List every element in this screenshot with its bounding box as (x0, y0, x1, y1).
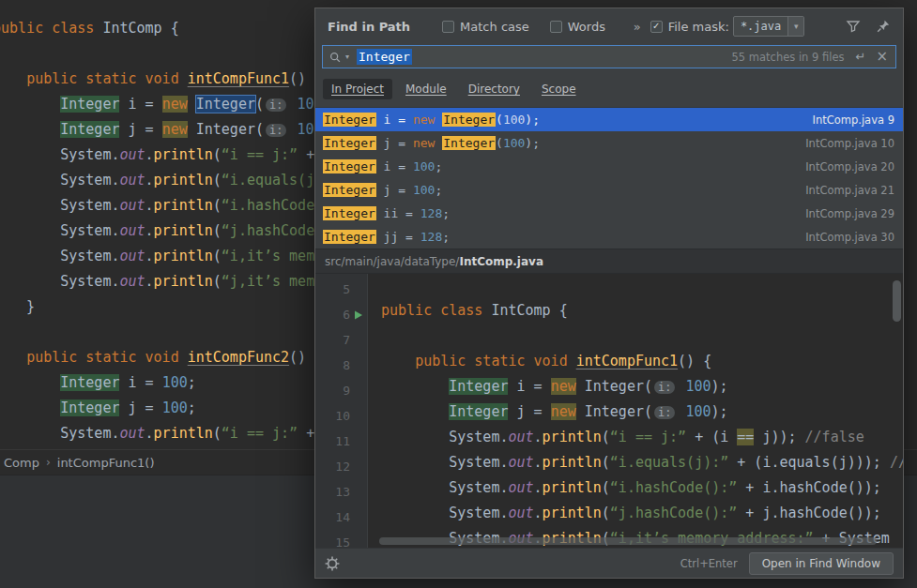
code-token: println (154, 248, 213, 264)
code-token: ; (435, 159, 442, 173)
line-number: 13 (335, 485, 350, 499)
preview-code-line[interactable]: System.out.println(“i.equals(j):” + (i.e… (368, 454, 903, 479)
editor-code-line[interactable]: Integer j = 100; (0, 400, 331, 425)
code-token (77, 70, 85, 87)
preview-code-line[interactable]: Integer j = new Integer(i: 100); (368, 403, 903, 429)
editor-code-line[interactable]: System.out.println(“j.hashCode( (0, 222, 331, 248)
search-history-chevron-icon[interactable]: ▾ (345, 53, 349, 61)
editor-code-line[interactable]: public static void intCompFunc1() { (0, 70, 331, 96)
code-token: “i.hashCode( (222, 197, 323, 214)
file-mask-value[interactable]: *.java (734, 17, 787, 36)
more-options-chevron-icon[interactable]: » (634, 20, 650, 34)
editor-code-line[interactable]: System.out.println(“j,it’s memo (0, 273, 331, 298)
preview-code-line[interactable]: public static void intCompFunc1() { (368, 353, 903, 378)
code-preview-pane[interactable]: 56789101112131415 public class IntComp {… (315, 274, 903, 548)
words-checkbox[interactable]: Words (550, 20, 605, 34)
editor-code-line[interactable]: System.out.println(“i.equals(j) (0, 172, 331, 197)
newline-icon[interactable]: ↵ (856, 50, 866, 64)
search-query-text[interactable]: Integer (357, 49, 412, 65)
filter-icon[interactable] (846, 19, 861, 34)
matches-count-label: 55 matches in 9 files (732, 51, 845, 64)
file-mask-combo[interactable]: *.java ▾ (733, 16, 804, 37)
dialog-footer: Ctrl+Enter Open in Find Window (315, 548, 903, 578)
preview-code-line[interactable]: System.out.println(“j.hashCode():” + j.h… (368, 505, 903, 530)
scope-tabs: In Project Module Directory Scope (315, 74, 903, 107)
dialog-header: Find in Path Match case Words » ✓ File m… (315, 8, 903, 44)
editor-code-line[interactable] (0, 324, 331, 349)
preview-code-line[interactable]: System.out.println(“i.hashCode():” + i.h… (368, 479, 903, 505)
line-number: 15 (335, 535, 350, 548)
code-token: Integer (323, 206, 376, 220)
preview-code-line[interactable] (368, 277, 903, 302)
search-input[interactable]: ▾ Integer 55 matches in 9 files ↵ × (322, 45, 896, 68)
code-token: new (551, 378, 576, 395)
code-token (188, 96, 196, 113)
editor-code-line[interactable]: public class IntComp { (0, 20, 331, 45)
result-code-text: Integer ii = 128; (323, 206, 450, 220)
scope-tab-directory[interactable]: Directory (460, 79, 528, 99)
code-token: . (145, 222, 154, 239)
preview-code-line[interactable]: Integer i = new Integer(i: 100); (368, 378, 903, 403)
search-result-row[interactable]: Integer i = 100;IntComp.java 20 (315, 155, 903, 178)
code-token: Integer (323, 183, 376, 197)
horizontal-scrollbar[interactable] (379, 537, 877, 545)
editor-code-line[interactable]: System.out.println(“i.hashCode( (0, 197, 331, 222)
code-token: println (154, 172, 213, 188)
breadcrumb-item-method[interactable]: intCompFunc1() (57, 456, 155, 470)
code-token: ( (213, 273, 222, 290)
code-token: i = (508, 378, 550, 395)
editor-code-line[interactable]: System.out.println(“i == j:” + (0, 425, 331, 450)
scope-tab-module[interactable]: Module (397, 79, 455, 99)
code-token (137, 349, 145, 366)
words-checkbox-box[interactable] (550, 21, 562, 33)
editor-code-line[interactable]: System.out.println(“i,it’s memo (0, 248, 331, 273)
ide-screen: public class IntComp { public static voi… (0, 0, 917, 588)
preview-code[interactable]: public class IntComp { public static voi… (368, 274, 903, 548)
breadcrumb-item-class[interactable]: Comp (4, 456, 39, 470)
code-token: ( (213, 425, 222, 442)
vertical-scrollbar[interactable] (893, 280, 901, 322)
file-mask-checkbox[interactable]: ✓ File mask: (650, 20, 729, 34)
editor-code-line[interactable]: public static void intCompFunc2() { (0, 349, 331, 374)
code-token: //false (890, 454, 903, 471)
open-in-find-window-button[interactable]: Open in Find Window (749, 552, 894, 575)
code-token: public (0, 20, 43, 37)
file-mask-checkbox-box[interactable]: ✓ (650, 21, 663, 33)
search-result-row[interactable]: Integer i = new Integer(100);IntComp.jav… (315, 108, 903, 131)
code-token: ( (496, 113, 503, 127)
code-token (381, 403, 449, 420)
code-token: ( (213, 248, 222, 264)
pin-icon[interactable] (876, 19, 891, 34)
preview-code-line[interactable]: System.out.println(“i == j:” + (i == j))… (368, 429, 903, 454)
preview-code-line[interactable] (368, 327, 903, 353)
code-token: “j,it’s memo (222, 273, 323, 290)
search-result-row[interactable]: Integer ii = 128;IntComp.java 29 (315, 202, 903, 225)
preview-code-line[interactable]: public class IntComp { (368, 302, 903, 327)
code-token (179, 349, 188, 366)
editor-code-line[interactable]: System.out.println(“i == j:” + (0, 146, 331, 172)
editor-code-line[interactable]: } (0, 298, 331, 324)
editor-code-line[interactable]: Integer i = 100; (0, 374, 331, 400)
search-result-row[interactable]: Integer j = 100;IntComp.java 21 (315, 178, 903, 202)
gutter-row: 12 (315, 454, 367, 479)
search-result-row[interactable]: Integer jj = 128;IntComp.java 30 (315, 225, 903, 249)
scope-tab-scope[interactable]: Scope (533, 79, 585, 99)
run-class-icon[interactable] (350, 310, 367, 320)
search-icon (329, 51, 342, 64)
match-case-checkbox[interactable]: Match case (442, 20, 529, 34)
editor-code-line[interactable]: Integer j = new Integer(i: 100) (0, 121, 331, 146)
file-mask-dropdown-arrow-icon[interactable]: ▾ (787, 17, 803, 36)
background-editor-code[interactable]: public class IntComp { public static voi… (0, 20, 331, 450)
search-result-row[interactable]: Integer j = new Integer(100);IntComp.jav… (315, 131, 903, 155)
clear-search-icon[interactable]: × (874, 50, 890, 64)
words-label: Words (568, 20, 605, 34)
line-number: 9 (343, 384, 350, 398)
settings-gear-icon[interactable] (325, 556, 340, 571)
editor-code-line[interactable] (0, 45, 331, 70)
code-token: ; (188, 400, 196, 416)
code-token: IntComp { (482, 302, 567, 319)
code-token: System. (0, 172, 119, 188)
match-case-checkbox-box[interactable] (442, 21, 454, 33)
editor-code-line[interactable]: Integer i = new Integer(i: 100) (0, 96, 331, 121)
scope-tab-in-project[interactable]: In Project (323, 79, 392, 99)
